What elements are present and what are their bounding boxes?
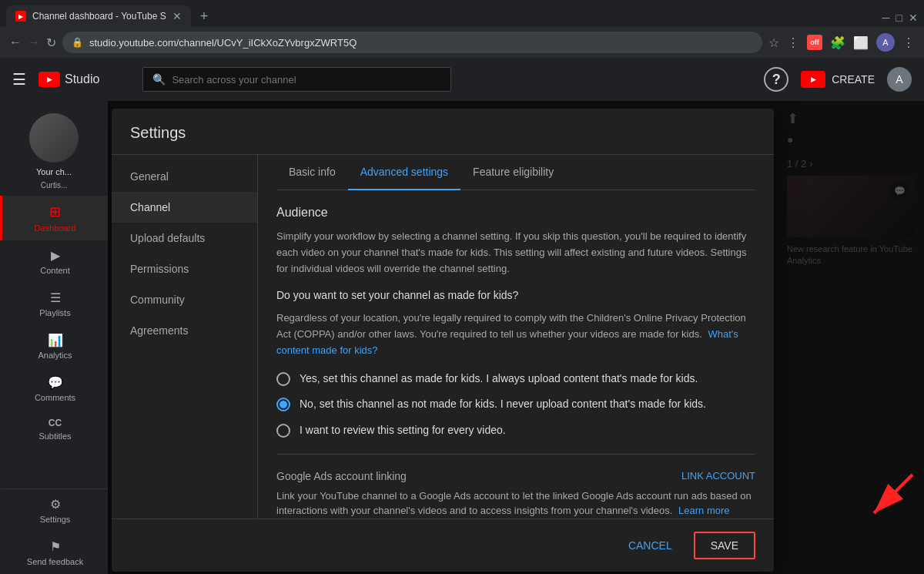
modal-footer: CANCEL SAVE	[112, 519, 774, 572]
analytics-label: Analytics	[38, 351, 72, 360]
ads-description: Link your YouTube channel to a Google Ad…	[276, 488, 755, 519]
modal-title: Settings	[130, 124, 186, 141]
star-icon[interactable]: ⋮	[787, 35, 799, 50]
modal-body: General Channel Upload defaults Permissi…	[112, 155, 774, 519]
back-button[interactable]: ←	[9, 35, 22, 49]
feedback-icon: ⚑	[50, 539, 61, 554]
audience-section: Audience Simplify your workflow by selec…	[276, 206, 755, 438]
modal-content: Basic info Advanced settings Feature eli…	[258, 155, 774, 519]
account-avatar[interactable]: A	[887, 67, 912, 92]
studio-label: Studio	[65, 72, 99, 86]
content-label: Content	[40, 266, 70, 275]
tabs: Basic info Advanced settings Feature eli…	[276, 155, 755, 190]
channel-sub: Curtis...	[41, 181, 67, 190]
bookmark-icon[interactable]: ☆	[768, 35, 779, 50]
sidebar-item-dashboard[interactable]: ⊞ Dashboard	[0, 196, 108, 240]
learn-more-link[interactable]: Learn more	[678, 505, 729, 516]
sidebar: Your ch... Curtis... ⊞ Dashboard ▶ Conte…	[0, 101, 108, 574]
tab-basic-info[interactable]: Basic info	[276, 155, 348, 190]
forward-button[interactable]: →	[28, 35, 40, 49]
cast-icon[interactable]: ⬜	[853, 35, 869, 50]
feedback-label: Send feedback	[27, 557, 83, 566]
sidebar-item-feedback[interactable]: ⚑ Send feedback	[0, 532, 108, 574]
topbar: ☰ ▶ Studio 🔍 ? ▶ CREATE A	[0, 58, 924, 101]
hamburger-button[interactable]: ☰	[12, 70, 26, 89]
playlists-label: Playlists	[39, 308, 70, 317]
radio-label-no: No, set this channel as not made for kid…	[300, 397, 706, 412]
ads-title: Google Ads account linking	[276, 470, 407, 482]
analytics-icon: 📊	[48, 333, 63, 347]
yt-logo[interactable]: ▶ Studio	[38, 72, 99, 87]
browser-chrome: ▶ Channel dashboard - YouTube S ✕ + ─ □ …	[0, 0, 924, 27]
extension-icon[interactable]: off	[807, 35, 822, 50]
browser-tab[interactable]: ▶ Channel dashboard - YouTube S ✕	[6, 5, 191, 27]
tab-feature-eligibility[interactable]: Feature eligibility	[460, 155, 566, 190]
cancel-button[interactable]: CANCEL	[616, 532, 685, 559]
window-controls: ─ □ ✕	[882, 12, 918, 27]
dashboard-label: Dashboard	[35, 223, 76, 233]
subtitles-icon: CC	[49, 418, 62, 428]
nav-item-agreements[interactable]: Agreements	[112, 315, 257, 346]
dashboard-icon: ⊞	[49, 203, 61, 220]
radio-label-per-video: I want to review this setting for every …	[300, 423, 506, 438]
tab-close-icon[interactable]: ✕	[172, 10, 182, 22]
tab-advanced-settings[interactable]: Advanced settings	[348, 155, 460, 190]
comments-label: Comments	[35, 393, 75, 402]
nav-item-general[interactable]: General	[112, 161, 257, 192]
audience-question: Do you want to set your channel as made …	[276, 289, 755, 301]
sidebar-item-subtitles[interactable]: CC Subtitles	[0, 410, 108, 448]
radio-no-kids[interactable]: No, set this channel as not made for kid…	[276, 397, 755, 412]
channel-info[interactable]: Your ch... Curtis...	[0, 101, 108, 196]
lock-icon: 🔒	[72, 37, 83, 48]
settings-modal: Settings General Channel Upload defaults	[112, 109, 774, 572]
nav-item-community[interactable]: Community	[112, 284, 257, 315]
maximize-icon[interactable]: □	[896, 12, 902, 24]
url-text: studio.youtube.com/channel/UCvY_iICkXoZY…	[89, 37, 357, 49]
comments-icon: 💬	[48, 375, 63, 390]
modal-nav: General Channel Upload defaults Permissi…	[112, 155, 258, 519]
profile-circle[interactable]: A	[876, 33, 895, 52]
playlists-icon: ☰	[50, 290, 61, 305]
save-button[interactable]: SAVE	[694, 532, 755, 559]
sidebar-item-content[interactable]: ▶ Content	[0, 240, 108, 283]
audience-description: Simplify your workflow by selecting a ch…	[276, 229, 755, 277]
refresh-button[interactable]: ↻	[46, 35, 56, 50]
subtitles-label: Subtitles	[38, 431, 71, 441]
modal-header: Settings	[112, 109, 774, 155]
create-icon: ▶	[801, 71, 825, 88]
browser-nav-icons: ☆ ⋮ off 🧩 ⬜ A ⋮	[768, 33, 915, 52]
yt-icon: ▶	[38, 72, 60, 87]
divider	[276, 454, 755, 455]
channel-name: Your ch...	[36, 167, 72, 176]
topbar-search[interactable]: 🔍	[142, 67, 450, 92]
sidebar-item-comments[interactable]: 💬 Comments	[0, 368, 108, 410]
radio-circle-per-video	[276, 424, 290, 438]
create-label: CREATE	[832, 73, 875, 86]
sidebar-item-analytics[interactable]: 📊 Analytics	[0, 325, 108, 368]
sidebar-item-playlists[interactable]: ☰ Playlists	[0, 283, 108, 325]
radio-yes-kids[interactable]: Yes, set this channel as made for kids. …	[276, 371, 755, 387]
nav-item-channel[interactable]: Channel	[112, 192, 257, 223]
channel-avatar	[29, 113, 79, 163]
create-button[interactable]: ▶ CREATE	[801, 71, 875, 88]
radio-label-yes: Yes, set this channel as made for kids. …	[300, 371, 698, 387]
ads-section: Google Ads account linking LINK ACCOUNT …	[276, 470, 755, 519]
nav-item-permissions[interactable]: Permissions	[112, 253, 257, 284]
help-button[interactable]: ?	[764, 67, 788, 92]
browser-navbar: ← → ↻ 🔒 studio.youtube.com/channel/UCvY_…	[0, 27, 924, 58]
audience-title: Audience	[276, 206, 755, 220]
new-tab-button[interactable]: +	[194, 5, 215, 27]
close-icon[interactable]: ✕	[909, 12, 918, 24]
nav-item-upload-defaults[interactable]: Upload defaults	[112, 223, 257, 253]
more-icon[interactable]: ⋮	[902, 35, 915, 50]
search-icon: 🔍	[152, 73, 166, 86]
search-input[interactable]	[172, 74, 440, 86]
puzzle-icon[interactable]: 🧩	[830, 35, 845, 50]
settings-label: Settings	[40, 515, 71, 524]
radio-per-video[interactable]: I want to review this setting for every …	[276, 423, 755, 438]
tab-title: Channel dashboard - YouTube S	[32, 11, 166, 22]
minimize-icon[interactable]: ─	[882, 12, 890, 24]
address-bar[interactable]: 🔒 studio.youtube.com/channel/UCvY_iICkXo…	[62, 32, 762, 53]
link-account-button[interactable]: LINK ACCOUNT	[681, 470, 755, 482]
sidebar-item-settings[interactable]: ⚙ Settings	[0, 488, 108, 532]
